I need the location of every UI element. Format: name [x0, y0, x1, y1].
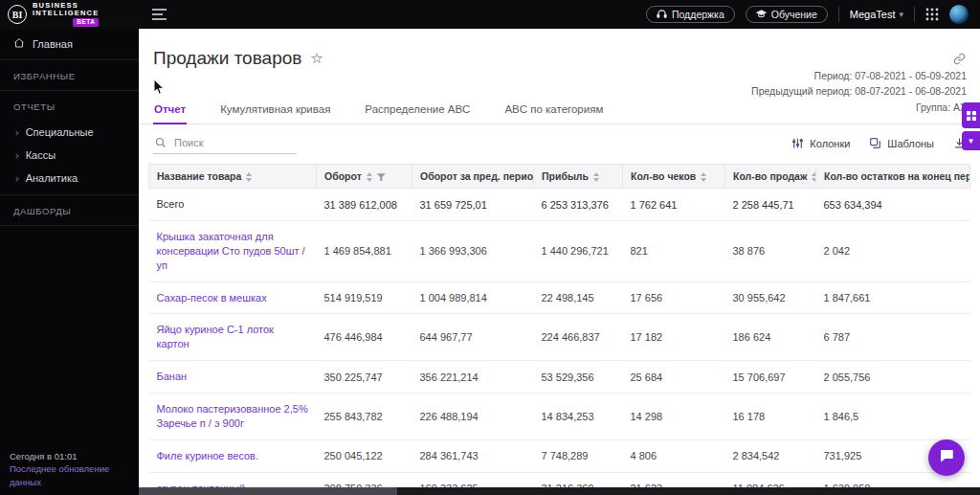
sidebar-item-home[interactable]: Главная: [0, 29, 139, 60]
column-header-label: Кол-во чеков: [631, 170, 696, 182]
value-cell: 38 876: [725, 221, 816, 282]
value-cell: 7 748,289: [534, 439, 623, 472]
share-link-icon[interactable]: [953, 52, 966, 69]
columns-button[interactable]: Колонки: [791, 137, 850, 151]
value-cell: 2 055,756: [816, 361, 970, 394]
value-cell: 284 361,743: [412, 439, 534, 472]
sidebar-item-kassy-label: Кассы: [26, 149, 56, 161]
menu-toggle-icon[interactable]: [152, 9, 167, 20]
report-meta: Период: 07-08-2021 - 05-09-2021 Предыдущ…: [751, 68, 967, 115]
period-label: Период: 07-08-2021 - 05-09-2021: [751, 68, 967, 83]
tab-abc-distribution[interactable]: Распределение ABC: [364, 97, 471, 124]
sort-arrows-icon[interactable]: [701, 172, 706, 182]
value-cell: 2 834,542: [725, 439, 816, 472]
value-cell: 476 446,984: [317, 314, 412, 361]
training-button[interactable]: Обучение: [746, 6, 828, 23]
sidebar-item-analytics[interactable]: › Аналитика: [0, 167, 139, 190]
column-header[interactable]: Прибыль: [534, 165, 623, 189]
chat-button[interactable]: [928, 439, 965, 476]
value-cell: 53 529,356: [534, 361, 623, 394]
templates-button[interactable]: Шаблоны: [869, 137, 934, 151]
support-button[interactable]: Поддержка: [646, 6, 735, 23]
value-cell: 1 847,661: [816, 281, 970, 314]
value-cell: 186 624: [725, 314, 816, 361]
tab-cumulative-curve[interactable]: Кумулятивная кривая: [219, 97, 331, 124]
scrollbar-thumb[interactable]: [139, 487, 397, 495]
product-name-cell[interactable]: Яйцо куриное С-1 лоток картон: [149, 314, 317, 361]
value-cell: 4 806: [623, 439, 725, 472]
table-header-row: Название товараОборотОборот за пред. пер…: [149, 165, 970, 189]
previous-period-label: Предыдущий период: 08-07-2021 - 06-08-20…: [751, 83, 967, 99]
tab-report[interactable]: Отчет: [153, 97, 187, 124]
value-cell: 644 967,77: [412, 314, 534, 361]
training-label: Обучение: [771, 9, 817, 20]
filter-icon[interactable]: [377, 173, 386, 181]
sidebar-footer: Сегодня в 01:01 Последнее обновление дан…: [0, 450, 139, 489]
logo-monogram: BI: [12, 10, 23, 20]
sidebar-item-special-label: Специальные: [26, 126, 94, 138]
horizontal-scrollbar[interactable]: [139, 487, 980, 495]
side-panel-collapse-button[interactable]: ▾: [962, 131, 980, 150]
beta-badge: BETA: [73, 18, 99, 27]
product-name-cell[interactable]: Банан: [149, 361, 317, 394]
app-logo[interactable]: BI BUSINESS INTELLIGENCE BETA: [0, 2, 139, 27]
table-total-row: Всего31 389 612,00831 659 725,016 253 31…: [149, 189, 970, 221]
training-icon: [756, 9, 767, 21]
value-cell: 15 706,697: [725, 361, 816, 394]
table-row: Молоко пастеризованное 2,5% Заречье п / …: [149, 393, 970, 439]
value-cell: 224 466,837: [534, 314, 623, 361]
templates-label: Шаблоны: [887, 138, 934, 149]
apps-grid-icon[interactable]: [925, 8, 939, 21]
logo-line2: INTELLIGENCE: [33, 10, 99, 17]
sales-table: Название товараОборотОборот за пред. пер…: [148, 164, 970, 495]
column-header-label: Название товара: [157, 170, 241, 182]
search-wrap: [153, 133, 297, 154]
topbar: BI BUSINESS INTELLIGENCE BETA Поддержка …: [0, 0, 980, 29]
column-header[interactable]: Название товара: [149, 165, 317, 189]
column-header[interactable]: Кол-во чеков: [623, 165, 725, 189]
topbar-divider: [914, 7, 915, 22]
value-cell: 30 955,642: [725, 281, 816, 314]
columns-label: Колонки: [810, 138, 850, 149]
column-header[interactable]: Кол-во продаж: [725, 165, 816, 189]
column-header-label: Оборот за пред. период: [420, 170, 534, 182]
column-header[interactable]: Оборот за пред. период: [412, 165, 534, 189]
sort-arrows-icon[interactable]: [246, 172, 252, 182]
table-row: Банан350 225,747356 221,21453 529,35625 …: [149, 361, 970, 394]
column-header-label: Кол-во остатков на конец периода: [824, 170, 970, 182]
value-cell: 2 258 445,71: [725, 189, 816, 221]
sidebar-item-special[interactable]: › Специальные: [0, 121, 139, 144]
favorite-star-icon[interactable]: ☆: [310, 50, 323, 67]
product-name-cell[interactable]: Молоко пастеризованное 2,5% Заречье п / …: [149, 393, 317, 439]
column-header[interactable]: Оборот: [317, 165, 412, 189]
title-row: Продажи товаров ☆: [139, 29, 980, 69]
sidebar-section-dashboards[interactable]: ДАШБОРДЫ: [0, 195, 139, 226]
value-cell: 17 182: [623, 314, 725, 361]
search-icon: [155, 137, 167, 148]
chat-bubble-icon: [938, 447, 955, 468]
sort-arrows-icon[interactable]: [812, 172, 815, 182]
value-cell: 514 919,519: [317, 281, 412, 314]
sidebar-item-home-label: Главная: [33, 38, 73, 50]
topbar-divider: [838, 7, 839, 22]
column-header[interactable]: Кол-во остатков на конец периода: [816, 165, 970, 189]
columns-icon: [791, 137, 804, 151]
sort-arrows-icon[interactable]: [367, 172, 372, 182]
user-avatar[interactable]: [949, 5, 969, 24]
value-cell: 1 846,5: [816, 393, 970, 439]
sidebar-item-kassy[interactable]: › Кассы: [0, 144, 139, 167]
last-update-note: Последнее обновление данных: [10, 462, 129, 489]
account-menu[interactable]: MegaTest ▾: [850, 9, 903, 20]
sidebar-section-reports[interactable]: ОТЧЕТЫ: [0, 91, 139, 121]
value-cell: 1 469 854,881: [317, 221, 412, 282]
sort-arrows-icon[interactable]: [593, 172, 599, 182]
search-input[interactable]: [153, 133, 297, 154]
templates-icon: [869, 137, 881, 151]
tab-abc-by-category[interactable]: ABC по категориям: [503, 97, 604, 124]
product-name-cell[interactable]: Крышка закаточная для консервации Сто пу…: [149, 221, 317, 282]
product-name-cell[interactable]: Сахар-песок в мешках: [149, 281, 317, 314]
product-name-cell[interactable]: Филе куриное весов.: [149, 439, 317, 472]
value-cell: 31 659 725,01: [412, 189, 534, 221]
sidebar-section-favorites[interactable]: ИЗБРАННЫЕ: [0, 60, 139, 91]
side-panel-button[interactable]: [962, 102, 980, 128]
